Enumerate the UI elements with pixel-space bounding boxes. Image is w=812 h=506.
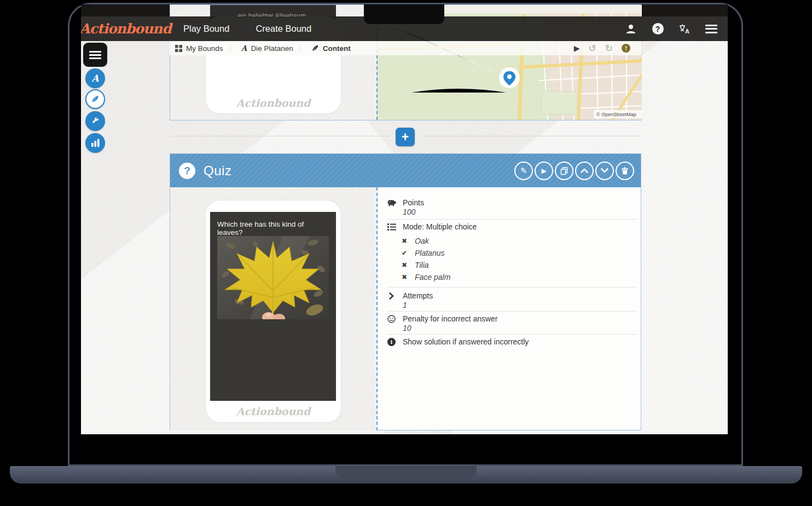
attempts-row: Attempts [387,291,433,301]
chevron-up-icon [581,168,588,173]
duplicate-button[interactable] [555,162,573,180]
bar-chart-icon [91,139,100,147]
frown-face-icon [387,314,396,324]
sidebar-item-content[interactable] [85,89,105,109]
chevron-down-icon [601,168,608,173]
user-icon[interactable] [624,22,637,36]
laptop-mockup: Actionbound [0,0,812,506]
breadcrumb-bound-name[interactable]: A Die Platanen [236,44,299,53]
brand-logo[interactable]: Actionbound [81,16,170,41]
play-icon: ▶ [541,167,546,175]
wrong-mark-icon: ✖ [402,273,409,281]
preview-play-icon[interactable]: ▶ [574,44,580,53]
grid-icon [175,45,182,52]
phone-preview-screen-quiz: Which tree has this kind of leaves? [210,212,336,401]
feather-icon [91,95,100,104]
stage-section-quiz: ? Quiz ✎ ▶ [170,153,641,430]
wrong-mark-icon: ✖ [402,237,409,245]
quiz-option: ✖ Tilia [402,261,429,269]
penalty-value: 10 [403,324,411,332]
delete-button[interactable] [616,162,634,180]
edit-button[interactable]: ✎ [514,162,533,180]
laptop-screen: Actionbound [81,4,728,434]
actionbound-a-icon: A [241,44,247,53]
phone-watermark: Actionbound [206,97,341,109]
sidebar-item-bound[interactable]: A [85,68,105,88]
phone-preview-frame-quiz: Which tree has this kind of leaves? [206,200,341,422]
hamburger-icon [89,49,101,61]
svg-text:© OpenStreetMap: © OpenStreetMap [596,112,636,117]
penalty-row: Penalty for incorrect answer [387,314,498,324]
help-icon[interactable]: ? [651,22,664,36]
actionbound-a-icon: A [91,73,98,84]
list-icon [387,222,396,232]
breadcrumb: My Bounds 〉 A Die Platanen 〉 Content ▶ ↺… [170,41,641,55]
warning-icon[interactable]: ! [622,44,630,53]
mode-row: Mode: Multiple choice [387,222,477,232]
quiz-option: ✖ Face palm [402,273,450,281]
copy-icon [560,166,569,175]
attempts-value: 1 [403,301,407,309]
move-down-button[interactable] [595,162,614,180]
points-value: 100 [403,208,415,216]
camera-notch [364,4,444,24]
undo-icon[interactable]: ↺ [589,43,596,54]
info-icon: i [387,337,396,347]
nav-play-bound[interactable]: Play Bound [170,16,242,41]
preview-button[interactable]: ▶ [535,162,553,180]
chevron-right-icon [387,291,396,301]
wrench-icon [91,117,100,125]
quiz-option: ✔ Platanus [402,249,444,257]
translate-icon[interactable]: A [678,22,691,36]
piggy-bank-icon [387,198,396,208]
trash-icon [621,166,629,175]
quiz-option: ✖ Oak [402,237,429,245]
sidebar-item-settings[interactable] [85,111,105,131]
solution-row: i Show solution if answered incorrectly [387,337,529,347]
breadcrumb-my-bounds[interactable]: My Bounds [170,44,229,53]
pencil-icon: ✎ [520,166,527,176]
sidebar-item-statistics[interactable] [85,133,105,153]
correct-mark-icon: ✔ [402,249,409,257]
quiz-settings-panel: Points 100 Mode: Multiple choice [377,187,642,430]
leaf-photo [217,236,329,319]
breadcrumb-content[interactable]: Content [306,44,356,53]
nav-create-bound[interactable]: Create Bound [242,16,324,41]
chevron-separator-icon: 〉 [229,43,236,53]
add-element-button[interactable]: + [396,128,415,146]
laptop-base-notch [335,466,477,478]
quiz-title: Quiz [204,163,231,179]
wrong-mark-icon: ✖ [402,261,409,269]
sidebar-menu-button[interactable] [83,43,107,67]
map-marker-icon[interactable] [498,67,521,91]
points-row: Points [387,198,424,208]
redo-icon[interactable]: ↻ [605,43,613,54]
move-up-button[interactable] [575,162,594,180]
quiz-header: ? Quiz ✎ ▶ [170,154,641,187]
phone-watermark: Actionbound [206,405,341,417]
svg-text:A: A [685,28,689,34]
chevron-separator-icon: 〉 [299,43,306,53]
quiz-type-icon: ? [179,163,195,179]
feather-icon [311,44,319,52]
menu-icon[interactable] [705,22,718,36]
